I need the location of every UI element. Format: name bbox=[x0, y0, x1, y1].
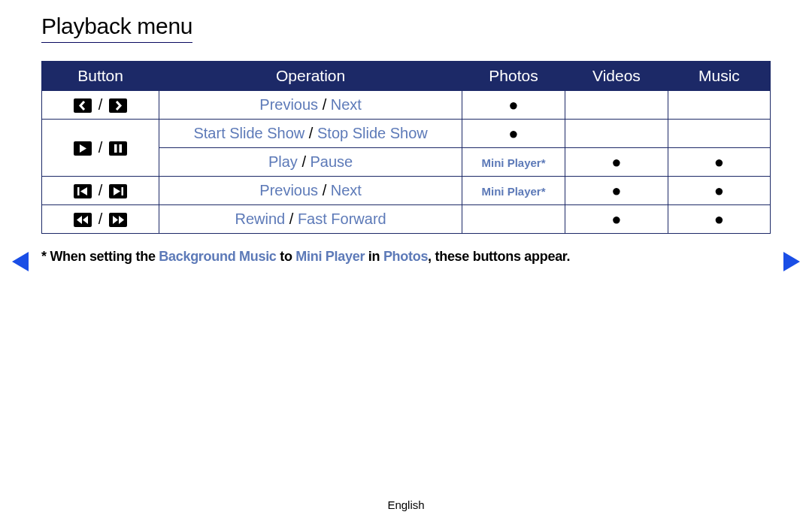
language-label: English bbox=[0, 498, 812, 511]
mini-player-label: Mini Player* bbox=[481, 185, 545, 198]
separator: / bbox=[298, 153, 311, 170]
svg-rect-2 bbox=[119, 144, 122, 153]
separator: / bbox=[94, 182, 107, 198]
operation-cell: Rewind / Fast Forward bbox=[159, 205, 462, 234]
skip-back-icon bbox=[74, 184, 92, 198]
prev-arrow-icon bbox=[74, 98, 92, 113]
separator: / bbox=[318, 182, 331, 198]
separator: / bbox=[285, 210, 298, 227]
operation-cell: Previous / Next bbox=[159, 177, 462, 205]
music-cell bbox=[668, 120, 770, 148]
skip-forward-icon bbox=[109, 184, 127, 198]
svg-rect-3 bbox=[77, 187, 80, 195]
svg-marker-9 bbox=[113, 216, 118, 224]
videos-cell bbox=[565, 120, 668, 148]
separator: / bbox=[94, 139, 107, 156]
rewind-icon bbox=[74, 213, 92, 227]
separator: / bbox=[318, 96, 331, 113]
photos-cell bbox=[462, 205, 565, 234]
operation-cell: Start Slide Show / Stop Slide Show bbox=[159, 120, 462, 148]
svg-marker-8 bbox=[83, 216, 88, 224]
photos-cell: ● bbox=[462, 91, 565, 120]
footnote-mini-player: Mini Player bbox=[295, 249, 365, 264]
button-cell: / bbox=[42, 205, 159, 234]
svg-marker-4 bbox=[80, 187, 87, 195]
op-rewind: Rewind bbox=[235, 210, 286, 227]
music-cell: ● bbox=[668, 148, 770, 177]
op-pause: Pause bbox=[311, 153, 353, 170]
svg-marker-5 bbox=[114, 187, 120, 195]
photos-cell: Mini Player* bbox=[462, 148, 565, 177]
videos-cell bbox=[565, 91, 668, 120]
table-row: / Previous / Next Mini Player* ● ● bbox=[42, 177, 771, 205]
mini-player-label: Mini Player* bbox=[481, 156, 545, 169]
videos-cell: ● bbox=[565, 205, 668, 234]
separator: / bbox=[94, 210, 107, 227]
music-cell: ● bbox=[668, 177, 770, 205]
next-arrow-icon bbox=[109, 98, 127, 113]
header-operation: Operation bbox=[159, 62, 462, 91]
photos-cell: Mini Player* bbox=[462, 177, 565, 205]
footnote-text: , these buttons appear. bbox=[428, 249, 570, 264]
svg-rect-6 bbox=[121, 187, 123, 195]
svg-marker-10 bbox=[119, 216, 124, 224]
table-row: / Start Slide Show / Stop Slide Show ● bbox=[42, 120, 771, 148]
op-previous-track: Previous bbox=[259, 182, 318, 198]
table-row: / Rewind / Fast Forward ● ● bbox=[42, 205, 771, 234]
table-header-row: Button Operation Photos Videos Music bbox=[42, 62, 771, 91]
op-previous: Previous bbox=[259, 96, 318, 113]
operation-cell: Play / Pause bbox=[159, 148, 462, 177]
pause-icon bbox=[109, 141, 127, 156]
separator: / bbox=[304, 125, 317, 141]
footnote-text: in bbox=[365, 249, 383, 264]
page-prev-button[interactable] bbox=[12, 252, 29, 271]
footnote-photos: Photos bbox=[383, 249, 428, 264]
table-row: / Previous / Next ● bbox=[42, 91, 771, 120]
footnote-text: to bbox=[277, 249, 296, 264]
op-play: Play bbox=[268, 153, 298, 170]
footnote-text: * When setting the bbox=[41, 249, 159, 264]
button-cell: / bbox=[42, 177, 159, 205]
separator: / bbox=[94, 96, 107, 113]
button-cell: / bbox=[42, 120, 159, 177]
svg-marker-0 bbox=[80, 144, 86, 153]
fast-forward-icon bbox=[109, 213, 127, 227]
svg-marker-7 bbox=[77, 216, 82, 224]
videos-cell: ● bbox=[565, 148, 668, 177]
page-next-button[interactable] bbox=[783, 252, 800, 271]
music-cell bbox=[668, 91, 770, 120]
videos-cell: ● bbox=[565, 177, 668, 205]
playback-table: Button Operation Photos Videos Music / bbox=[41, 61, 771, 234]
music-cell: ● bbox=[668, 205, 770, 234]
operation-cell: Previous / Next bbox=[159, 91, 462, 120]
op-fast-forward: Fast Forward bbox=[298, 210, 386, 227]
footnote-bg-music: Background Music bbox=[159, 249, 276, 264]
header-photos: Photos bbox=[462, 62, 565, 91]
photos-cell: ● bbox=[462, 120, 565, 148]
op-start-slideshow: Start Slide Show bbox=[193, 125, 304, 141]
header-videos: Videos bbox=[565, 62, 668, 91]
op-next: Next bbox=[331, 96, 362, 113]
button-cell: / bbox=[42, 91, 159, 120]
footnote: * When setting the Background Music to M… bbox=[41, 249, 771, 265]
header-music: Music bbox=[668, 62, 770, 91]
play-icon bbox=[74, 141, 92, 156]
page-title: Playback menu bbox=[41, 14, 192, 43]
header-button: Button bbox=[42, 62, 159, 91]
svg-rect-1 bbox=[114, 144, 117, 153]
op-next-track: Next bbox=[331, 182, 362, 198]
op-stop-slideshow: Stop Slide Show bbox=[317, 125, 428, 141]
